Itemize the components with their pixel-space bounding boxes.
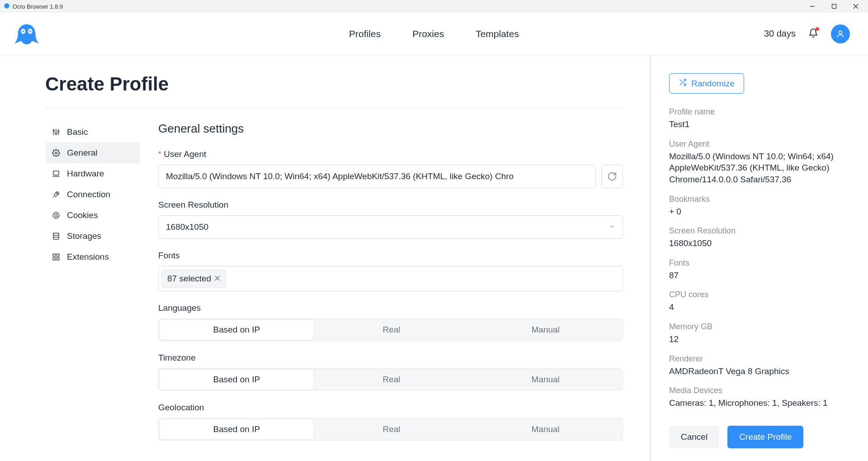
rocket-icon (52, 190, 61, 199)
svg-point-11 (53, 130, 54, 132)
sidebar-item-storages[interactable]: Storages (45, 226, 140, 247)
required-star-icon: * (158, 150, 161, 158)
timezone-seg-real[interactable]: Real (315, 369, 469, 390)
summary-screen-res-label: Screen Resolution (669, 226, 845, 236)
user-agent-input[interactable] (158, 165, 596, 188)
summary-screen-res-value: 1680x1050 (669, 238, 845, 249)
cancel-button[interactable]: Cancel (669, 426, 719, 448)
page-title: Create Profile (45, 73, 623, 95)
gear-icon (52, 148, 61, 157)
timezone-label: Timezone (158, 353, 623, 363)
languages-seg-based-on-ip[interactable]: Based on IP (160, 320, 314, 340)
nav-profiles[interactable]: Profiles (349, 29, 381, 39)
window-title: Octo Browser 1.8.9 (13, 3, 63, 10)
timezone-segmented: Based on IP Real Manual (158, 368, 623, 391)
svg-point-22 (57, 216, 58, 217)
shuffle-icon (679, 78, 687, 89)
geolocation-seg-real[interactable]: Real (315, 418, 469, 440)
svg-rect-23 (53, 233, 59, 239)
divider (45, 108, 623, 108)
sidebar-item-label: Connection (67, 190, 110, 200)
summary-renderer-value: AMDRadeonT Vega 8 Graphics (669, 366, 845, 377)
summary-user-agent-value: Mozilla/5.0 (Windows NT 10.0; Win64; x64… (669, 151, 845, 185)
laptop-icon (52, 169, 61, 178)
svg-rect-28 (53, 258, 55, 260)
fonts-tag-remove[interactable] (215, 274, 220, 283)
summary-user-agent-label: User Agent (669, 139, 845, 149)
close-button[interactable] (845, 0, 866, 13)
logo (13, 21, 41, 47)
grid-icon (52, 252, 61, 261)
svg-point-12 (56, 133, 57, 134)
summary-memory-label: Memory GB (669, 322, 845, 332)
sidebar-item-basic[interactable]: Basic (45, 122, 140, 143)
sidebar-item-general[interactable]: General (45, 143, 140, 163)
sidebar-item-extensions[interactable]: Extensions (45, 247, 140, 267)
geolocation-segmented: Based on IP Real Manual (158, 418, 623, 441)
summary-cpu-label: CPU cores (669, 290, 845, 299)
user-agent-label: * User Agent (158, 149, 623, 159)
window-titlebar: Octo Browser 1.8.9 (0, 0, 868, 13)
nav-templates[interactable]: Templates (476, 29, 519, 39)
screen-resolution-value: 1680x1050 (166, 222, 208, 232)
summary-media-value: Cameras: 1, Microphones: 1, Speakers: 1 (669, 397, 845, 409)
geolocation-seg-based-on-ip[interactable]: Based on IP (160, 419, 314, 439)
svg-point-18 (53, 212, 59, 219)
screen-resolution-label: Screen Resolution (158, 200, 623, 210)
settings-sidebar: Basic General Hardware (45, 122, 140, 452)
fonts-label: Fonts (158, 251, 623, 261)
languages-seg-real[interactable]: Real (315, 319, 469, 341)
main-nav: Profiles Proxies Templates (349, 29, 519, 39)
languages-segmented: Based on IP Real Manual (158, 318, 623, 341)
database-icon (52, 232, 61, 241)
summary-memory-value: 12 (669, 333, 845, 345)
screen-resolution-select[interactable]: 1680x1050 (158, 215, 623, 239)
refresh-user-agent-button[interactable] (601, 165, 623, 188)
sidebar-item-label: Basic (67, 127, 88, 137)
svg-rect-26 (53, 254, 55, 256)
sidebar-item-hardware[interactable]: Hardware (45, 163, 140, 184)
svg-rect-2 (832, 5, 836, 9)
summary-fonts-value: 87 (669, 270, 845, 281)
sidebar-item-label: Hardware (67, 169, 104, 179)
sidebar-item-label: General (67, 148, 98, 158)
svg-point-14 (55, 152, 57, 154)
fonts-select[interactable]: 87 selected (158, 266, 623, 291)
summary-bookmarks-label: Bookmarks (669, 195, 845, 204)
maximize-button[interactable] (824, 0, 844, 13)
svg-point-21 (56, 216, 57, 217)
summary-cpu-value: 4 (669, 301, 845, 313)
notification-dot-icon (816, 27, 819, 31)
svg-point-17 (57, 193, 57, 194)
randomize-button[interactable]: Randomize (669, 73, 744, 94)
summary-renderer-label: Renderer (669, 354, 845, 364)
languages-seg-manual[interactable]: Manual (468, 319, 623, 341)
days-remaining[interactable]: 30 days (764, 29, 796, 39)
sliders-icon (52, 128, 61, 137)
create-profile-button[interactable]: Create Profile (727, 426, 803, 448)
sidebar-item-label: Storages (67, 231, 101, 241)
timezone-seg-based-on-ip[interactable]: Based on IP (160, 370, 314, 390)
user-avatar[interactable] (831, 24, 850, 43)
svg-point-20 (57, 214, 57, 215)
languages-label: Languages (158, 303, 623, 313)
svg-rect-29 (57, 258, 59, 260)
svg-rect-15 (53, 171, 59, 175)
app-icon (4, 3, 10, 10)
svg-point-7 (839, 31, 842, 34)
sidebar-item-connection[interactable]: Connection (45, 184, 140, 205)
sidebar-item-cookies[interactable]: Cookies (45, 205, 140, 226)
svg-line-34 (680, 80, 682, 81)
summary-profile-name-value: Test1 (669, 119, 845, 130)
cookie-icon (52, 211, 61, 220)
minimize-button[interactable] (802, 0, 823, 13)
profile-summary-panel: Randomize Profile name Test1 User Agent … (651, 55, 868, 461)
geolocation-seg-manual[interactable]: Manual (468, 418, 623, 440)
nav-proxies[interactable]: Proxies (412, 29, 444, 39)
fonts-selected-tag: 87 selected (161, 270, 226, 288)
timezone-seg-manual[interactable]: Manual (468, 369, 623, 390)
sidebar-item-label: Cookies (67, 210, 98, 220)
notifications-button[interactable] (808, 28, 818, 40)
sidebar-item-label: Extensions (67, 252, 109, 262)
summary-fonts-label: Fonts (669, 258, 845, 268)
